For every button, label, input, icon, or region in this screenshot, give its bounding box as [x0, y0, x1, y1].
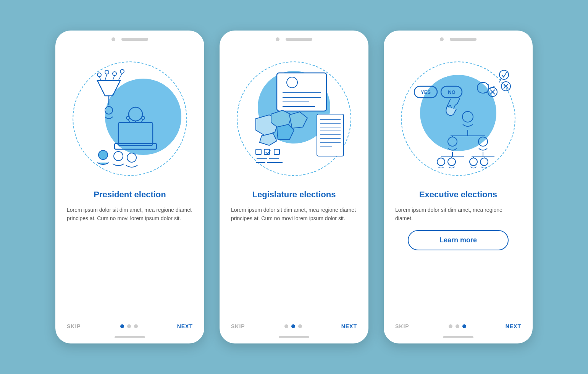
phone-title-1: President election [67, 189, 193, 200]
phone-description-1: Lorem ipsum dolor sit dim amet, mea regi… [67, 206, 193, 223]
home-bar-3 [443, 336, 473, 338]
nav-dots-2 [284, 324, 302, 328]
svg-point-57 [499, 70, 509, 79]
dot-2-3 [298, 324, 302, 328]
illustration-legislature [220, 48, 368, 189]
svg-rect-28 [317, 114, 344, 156]
svg-rect-22 [277, 73, 326, 111]
phones-container: President election Lorem ipsum dolor sit… [55, 31, 533, 343]
svg-point-2 [129, 107, 142, 121]
camera-dot-1 [111, 37, 115, 41]
phone-nav-3: SKIP NEXT [384, 323, 533, 333]
svg-point-76 [480, 158, 488, 166]
nav-dots-1 [120, 324, 138, 328]
svg-rect-0 [118, 123, 153, 145]
svg-rect-37 [256, 149, 261, 155]
next-button-3[interactable]: NEXT [506, 323, 521, 329]
svg-point-19 [99, 150, 108, 160]
nav-dots-3 [449, 324, 466, 328]
phone-top-bar-3 [384, 31, 533, 44]
illustration-president [55, 48, 204, 189]
svg-point-21 [127, 153, 136, 162]
dot-1-2 [127, 324, 131, 328]
svg-rect-1 [115, 143, 157, 149]
dot-1-3 [134, 324, 138, 328]
phone-content-2: Legislature elections Lorem ipsum dolor … [220, 189, 368, 323]
svg-point-66 [478, 137, 488, 146]
phone-nav-1: SKIP NEXT [55, 323, 204, 333]
svg-point-13 [120, 69, 124, 73]
svg-rect-50 [477, 82, 489, 93]
svg-line-17 [118, 73, 122, 81]
svg-point-12 [113, 72, 116, 76]
speaker-3 [450, 38, 477, 41]
next-button-1[interactable]: NEXT [177, 323, 193, 329]
dot-2-2 [291, 324, 295, 328]
dot-1-1 [120, 324, 124, 328]
dot-3-3 [462, 324, 466, 328]
svg-point-74 [448, 158, 456, 166]
phone-top-bar-2 [220, 31, 368, 44]
phone-nav-2: SKIP NEXT [220, 323, 368, 333]
executive-svg: YES NO [397, 58, 519, 180]
svg-point-10 [97, 73, 101, 77]
speaker-1 [121, 38, 148, 41]
phone-executive: YES NO [384, 31, 533, 343]
home-bar-2 [279, 336, 309, 338]
camera-dot-3 [440, 37, 444, 41]
phone-title-2: Legislature elections [231, 189, 357, 200]
svg-point-75 [470, 158, 477, 166]
svg-rect-41 [274, 149, 279, 155]
speaker-2 [286, 38, 312, 41]
svg-line-60 [499, 79, 501, 82]
phone-description-3: Lorem ipsum dolor sit dim amet, mea regi… [395, 206, 521, 223]
svg-point-18 [105, 106, 113, 114]
dot-3-1 [449, 324, 452, 328]
svg-point-62 [462, 111, 473, 122]
phone-president: President election Lorem ipsum dolor sit… [55, 31, 204, 343]
svg-text:NO: NO [448, 89, 456, 95]
skip-button-3[interactable]: SKIP [395, 323, 409, 329]
phone-legislature: Legislature elections Lorem ipsum dolor … [220, 31, 368, 343]
svg-point-11 [105, 70, 109, 74]
home-bar-1 [115, 336, 145, 338]
legislature-svg [233, 58, 355, 180]
phone-content-1: President election Lorem ipsum dolor sit… [55, 189, 204, 323]
next-button-2[interactable]: NEXT [341, 323, 357, 329]
svg-line-14 [99, 77, 101, 81]
svg-line-15 [105, 74, 107, 81]
phone-description-2: Lorem ipsum dolor sit dim amet, mea regi… [231, 206, 357, 223]
phone-title-3: Executive elections [395, 189, 521, 200]
dot-2-1 [284, 324, 288, 328]
svg-line-16 [113, 76, 115, 81]
svg-point-20 [114, 152, 123, 161]
dot-3-2 [456, 324, 459, 328]
phone-content-3: Executive elections Lorem ipsum dolor si… [384, 189, 533, 323]
skip-button-2[interactable]: SKIP [231, 323, 245, 329]
svg-marker-8 [97, 81, 120, 96]
president-svg [69, 58, 191, 180]
camera-dot-2 [276, 37, 279, 41]
illustration-executive: YES NO [384, 48, 533, 189]
learn-more-button[interactable]: Learn more [408, 230, 509, 250]
svg-point-73 [437, 158, 445, 166]
skip-button-1[interactable]: SKIP [67, 323, 81, 329]
svg-text:YES: YES [421, 89, 431, 95]
phone-top-bar-1 [55, 31, 204, 44]
svg-point-65 [448, 137, 457, 146]
